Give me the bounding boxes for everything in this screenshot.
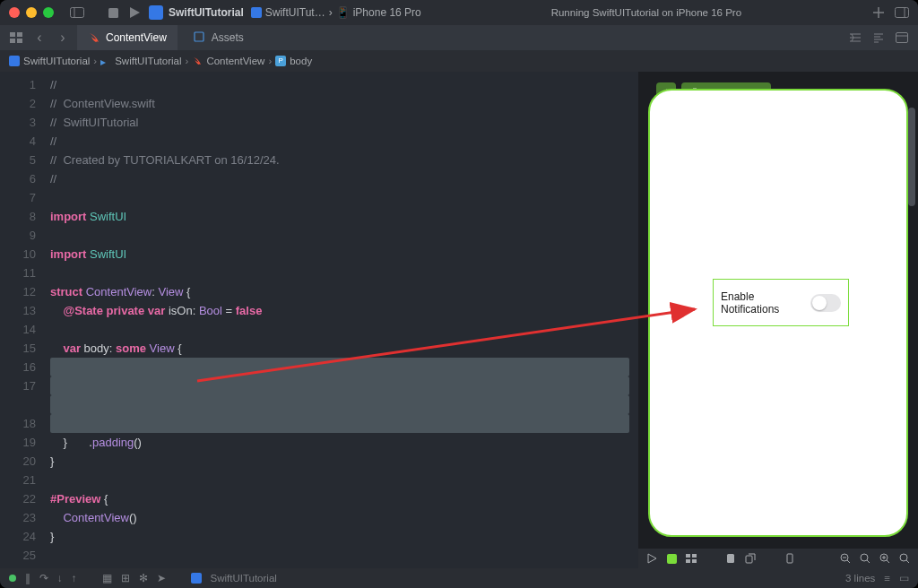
history-icon[interactable]: [846, 29, 864, 47]
scheme-name: SwiftUITut…: [265, 6, 325, 19]
debug-view-icon[interactable]: ▦: [102, 572, 112, 584]
editor-tabs: ‹ › ContentView Assets: [0, 25, 918, 50]
line-gutter: 1234567891011121314151617181920212223242…: [0, 72, 47, 568]
folder-icon: ▸: [100, 56, 111, 66]
svg-rect-10: [195, 32, 204, 41]
console-icon[interactable]: ▭: [899, 572, 909, 584]
svg-rect-20: [746, 556, 752, 563]
svg-point-23: [861, 554, 868, 561]
svg-rect-2: [108, 8, 118, 18]
svg-rect-18: [692, 559, 697, 563]
zoom-actual-icon[interactable]: [879, 552, 891, 565]
window-controls: [9, 7, 54, 18]
swift-icon: [88, 31, 100, 44]
chevron-right-icon: ›: [186, 56, 189, 66]
selectable-icon[interactable]: [665, 552, 678, 565]
breadcrumb-item[interactable]: P body: [275, 56, 312, 66]
tab-assets[interactable]: Assets: [183, 25, 255, 50]
breadcrumb-item[interactable]: ContentView: [192, 56, 264, 66]
minimap-icon[interactable]: [870, 29, 888, 47]
tab-contentview[interactable]: ContentView: [77, 25, 178, 50]
code-content[interactable]: //// ContentView.swift// SwiftUITutorial…: [47, 72, 638, 568]
property-icon: P: [275, 56, 286, 66]
step-in-icon[interactable]: ↓: [57, 573, 63, 584]
run-icon[interactable]: [127, 5, 142, 20]
status-bar: ‖ ↷ ↓ ↑ ▦ ⊞ ✻ ➤ SwiftUITutorial 3 lines …: [0, 568, 918, 588]
toggle-label: EnableNotifications: [721, 290, 779, 316]
orientation-icon[interactable]: [744, 552, 757, 565]
plus-icon[interactable]: [871, 5, 886, 20]
toggle-switch[interactable]: [810, 294, 841, 312]
back-icon[interactable]: ‹: [30, 29, 48, 47]
svg-rect-14: [667, 554, 677, 564]
forward-icon[interactable]: ›: [54, 29, 72, 47]
chevron-right-icon: ›: [93, 56, 97, 66]
memory-icon[interactable]: ⊞: [121, 572, 130, 584]
app-icon-small: [251, 7, 262, 18]
minimize-icon[interactable]: [26, 7, 37, 18]
step-out-icon[interactable]: ↑: [72, 573, 77, 584]
toggle-container: EnableNotifications: [713, 279, 849, 326]
code-editor[interactable]: 1234567891011121314151617181920212223242…: [0, 72, 638, 568]
svg-rect-17: [686, 559, 690, 563]
svg-point-25: [900, 554, 907, 561]
preview-canvas: ContentView EnableNotifications: [638, 72, 918, 568]
svg-rect-7: [17, 32, 22, 37]
breadcrumb-item[interactable]: SwiftUITutorial: [9, 56, 90, 66]
device-icon: 📱: [336, 6, 350, 19]
spray-icon[interactable]: ✻: [139, 572, 148, 584]
zoom-out-icon[interactable]: [839, 552, 852, 565]
svg-rect-0: [71, 8, 84, 18]
library-icon[interactable]: [895, 5, 909, 20]
swift-icon: [192, 56, 203, 66]
svg-rect-6: [10, 32, 15, 37]
device-frame: EnableNotifications: [648, 89, 908, 537]
zoom-in-icon[interactable]: [898, 552, 911, 565]
svg-rect-4: [896, 8, 909, 18]
tab-label: Assets: [212, 31, 244, 44]
svg-marker-13: [648, 554, 656, 563]
svg-rect-8: [10, 39, 15, 43]
svg-rect-16: [692, 554, 697, 558]
status-dot: [9, 575, 16, 582]
step-over-icon[interactable]: ↷: [39, 572, 48, 584]
svg-marker-3: [130, 7, 140, 18]
svg-rect-15: [686, 554, 690, 558]
svg-rect-11: [896, 33, 908, 43]
app-icon-small: [191, 573, 202, 584]
variants-icon[interactable]: [685, 552, 697, 565]
selection-lines: 3 lines: [845, 573, 875, 584]
zoom-fit-icon[interactable]: [859, 552, 871, 565]
chevron-right-icon: ›: [329, 6, 333, 19]
live-preview-icon[interactable]: [645, 552, 658, 565]
related-items-icon[interactable]: [7, 29, 25, 47]
sidebar-toggle-icon[interactable]: [70, 5, 84, 20]
close-icon[interactable]: [9, 7, 20, 18]
debug-scheme[interactable]: SwiftUITutorial: [211, 573, 277, 584]
vertical-scrollbar[interactable]: [907, 72, 916, 552]
pause-icon[interactable]: ‖: [25, 572, 30, 584]
chevron-right-icon: ›: [268, 56, 272, 66]
breadcrumb-item[interactable]: ▸ SwiftUITutorial: [100, 56, 181, 66]
canvas-toolbar: [638, 549, 918, 568]
app-icon: [149, 5, 163, 20]
svg-rect-19: [727, 554, 734, 563]
filter-icon[interactable]: ≡: [884, 573, 890, 584]
device-settings-icon[interactable]: [724, 552, 737, 565]
app-name: SwiftUITutorial: [169, 6, 244, 19]
scheme-app[interactable]: SwiftUITutorial: [149, 5, 244, 20]
tab-label: ContentView: [106, 31, 167, 44]
stop-icon[interactable]: [106, 5, 120, 20]
location-icon[interactable]: ➤: [157, 572, 166, 584]
build-status: Running SwiftUITutorial on iPhone 16 Pro: [429, 7, 864, 18]
maximize-icon[interactable]: [43, 7, 54, 18]
project-icon: [9, 56, 20, 66]
adjust-editor-icon[interactable]: [893, 29, 911, 47]
preferences-icon[interactable]: [784, 552, 796, 565]
scheme-selector[interactable]: SwiftUITut… › 📱 iPhone 16 Pro: [251, 6, 421, 19]
svg-rect-21: [787, 554, 792, 563]
breadcrumb: SwiftUITutorial › ▸ SwiftUITutorial › Co…: [0, 50, 918, 72]
assets-icon: [194, 31, 206, 44]
titlebar: SwiftUITutorial SwiftUITut… › 📱 iPhone 1…: [0, 0, 918, 25]
svg-rect-9: [17, 39, 22, 43]
